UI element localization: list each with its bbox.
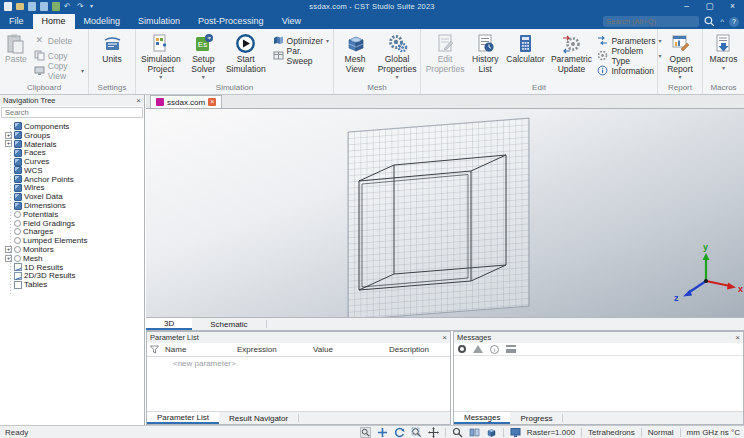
messages-panel: Messages × i Messages Progress: [453, 331, 744, 425]
setup-solver-button[interactable]: Es Setup Solver ▾: [185, 31, 222, 82]
paste-button[interactable]: Paste: [1, 31, 31, 67]
edit-properties-button[interactable]: Edit Properties: [422, 31, 468, 76]
status-raster[interactable]: Raster=1.000: [527, 428, 575, 437]
open-file-icon[interactable]: [16, 3, 24, 10]
tree-item-groups[interactable]: +Groups: [0, 131, 144, 140]
search-input[interactable]: [606, 17, 696, 26]
status-bar: Ready Raster=1.000 Tetrahedrons Normal m…: [0, 425, 744, 438]
bounding-box-icon[interactable]: [486, 427, 497, 438]
save-all-icon[interactable]: [40, 2, 48, 11]
information-button[interactable]: Information: [594, 63, 664, 78]
copy-view-button[interactable]: Copy View ▾: [31, 63, 87, 78]
tree-item-tables[interactable]: Tables: [0, 280, 144, 289]
mesh-view-button[interactable]: Mesh View: [335, 31, 375, 76]
tree-item-potentials[interactable]: Potentials: [0, 210, 144, 219]
zoom-in-icon[interactable]: [452, 427, 463, 438]
tab-simulation[interactable]: Simulation: [129, 14, 189, 29]
units-button[interactable]: Units: [98, 31, 127, 67]
column-value[interactable]: Value: [311, 345, 387, 354]
calculator-button[interactable]: Calculator: [502, 31, 548, 67]
tab-messages[interactable]: Messages: [454, 412, 510, 424]
minimize-button[interactable]: –: [675, 0, 698, 13]
filter-icon[interactable]: [150, 345, 159, 354]
tree-item-components[interactable]: Components: [0, 122, 144, 131]
undo-icon[interactable]: ↶: [64, 2, 73, 11]
navigation-tree-close-icon[interactable]: ×: [136, 96, 141, 106]
tab-view[interactable]: View: [273, 14, 310, 29]
problem-type-button[interactable]: Problem Type ▾: [594, 48, 664, 63]
tab-post-processing[interactable]: Post-Processing: [189, 14, 273, 29]
zoom-window-icon[interactable]: [411, 427, 422, 438]
tree-search-input[interactable]: [1, 107, 143, 118]
status-divider: [445, 428, 446, 437]
new-parameter-row[interactable]: <new parameter>: [147, 357, 450, 368]
split-view-icon[interactable]: [469, 427, 480, 438]
viewport-3d[interactable]: y x z: [146, 109, 744, 317]
delete-button[interactable]: ✕ Delete: [31, 33, 87, 48]
tree-item-mesh[interactable]: +Mesh: [0, 254, 144, 263]
messages-body[interactable]: [454, 356, 743, 411]
status-mesh-type[interactable]: Tetrahedrons: [588, 428, 635, 437]
new-file-icon[interactable]: [4, 2, 12, 11]
maximize-button[interactable]: ▢: [698, 0, 721, 13]
tab-home[interactable]: Home: [33, 14, 75, 29]
collapse-ribbon-icon[interactable]: ^: [720, 17, 724, 27]
document-tab[interactable]: ssdax.com ×: [150, 95, 222, 108]
status-view-mode[interactable]: Normal: [648, 428, 674, 437]
macros-button[interactable]: Macros ▾: [706, 31, 742, 73]
history-list-button[interactable]: History List: [468, 31, 502, 76]
tree-item-dimensions[interactable]: Dimensions: [0, 201, 144, 210]
tab-schematic[interactable]: Schematic: [192, 318, 265, 330]
export-icon[interactable]: [52, 2, 60, 11]
message-list-icon[interactable]: [506, 345, 516, 353]
parameter-list-close-icon[interactable]: ×: [442, 333, 447, 343]
zoom-select-icon[interactable]: [360, 427, 371, 438]
parametric-update-button[interactable]: Parametric Update: [548, 31, 594, 76]
tree-item-voxel-data[interactable]: Voxel Data: [0, 192, 144, 201]
tree-item-wires[interactable]: Wires: [0, 184, 144, 193]
tab-parameter-list[interactable]: Parameter List: [147, 412, 219, 424]
rotate-icon[interactable]: [394, 427, 405, 438]
dynamic-zoom-icon[interactable]: [428, 427, 439, 438]
tree-item-field-gradings[interactable]: Field Gradings: [0, 219, 144, 228]
raster-icon[interactable]: [510, 427, 521, 438]
document-tab-close-icon[interactable]: ×: [208, 98, 216, 106]
redo-icon[interactable]: ↷: [77, 2, 86, 11]
open-report-button[interactable]: Open Report ▾: [659, 31, 701, 82]
errors-filter-icon[interactable]: [458, 345, 466, 353]
par-sweep-button[interactable]: Par. Sweep: [270, 48, 332, 63]
warnings-filter-icon[interactable]: [473, 345, 483, 353]
tree-item-1d-results[interactable]: 1D Results: [0, 263, 144, 272]
parameter-table-body[interactable]: [147, 368, 450, 411]
simulation-project-button[interactable]: Simulation Project ▾: [137, 31, 185, 82]
column-name[interactable]: Name: [163, 345, 235, 354]
tab-file[interactable]: File: [0, 14, 33, 29]
search-icon[interactable]: [704, 16, 715, 27]
tab-progress[interactable]: Progress: [510, 412, 562, 424]
customize-toolbar-icon[interactable]: ▾: [90, 2, 99, 11]
help-icon[interactable]: ?: [729, 17, 739, 27]
tree-item-2d3d-results[interactable]: 2D/3D Results: [0, 272, 144, 281]
tree-item-anchor-points[interactable]: Anchor Points: [0, 175, 144, 184]
pan-icon[interactable]: [377, 427, 388, 438]
close-button[interactable]: ×: [721, 0, 744, 13]
tree-item-charges[interactable]: Charges: [0, 228, 144, 237]
tab-modeling[interactable]: Modeling: [75, 14, 130, 29]
column-expression[interactable]: Expression: [235, 345, 311, 354]
tree-item-materials[interactable]: +Materials: [0, 140, 144, 149]
global-properties-button[interactable]: Global Properties ▾: [375, 31, 419, 82]
tab-result-navigator[interactable]: Result Navigator: [219, 412, 298, 424]
status-units[interactable]: mm GHz ns °C: [687, 428, 740, 437]
column-description[interactable]: Description: [387, 345, 450, 354]
search-box[interactable]: [603, 16, 699, 27]
tree-item-curves[interactable]: Curves: [0, 157, 144, 166]
info-filter-icon[interactable]: i: [490, 345, 499, 354]
tab-3d[interactable]: 3D: [146, 318, 192, 330]
start-simulation-button[interactable]: Start Simulation: [222, 31, 270, 76]
tree-item-wcs[interactable]: WCS: [0, 166, 144, 175]
tree-item-faces[interactable]: Faces: [0, 148, 144, 157]
save-icon[interactable]: [28, 2, 36, 11]
tree-item-lumped-elements[interactable]: Lumped Elements: [0, 236, 144, 245]
tree-item-monitors[interactable]: +Monitors: [0, 245, 144, 254]
messages-close-icon[interactable]: ×: [735, 333, 740, 343]
